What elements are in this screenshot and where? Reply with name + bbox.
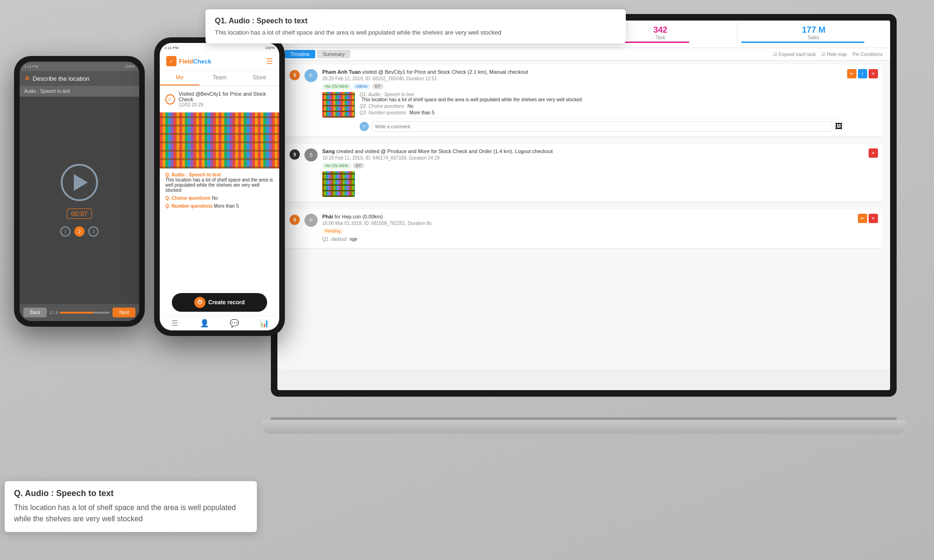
progress-text: 2 / 3 — [50, 310, 58, 315]
timeline-body-1: Pham Anh Tuan visited @ BevCity1 for Pri… — [322, 69, 842, 132]
fieldcheck-logo: ✓ FieldCheck — [166, 56, 211, 66]
tab-store[interactable]: Store — [240, 70, 279, 85]
timeline-body-3: Phái for Hep.con (0.00km) 16:00 Mar 01 2… — [322, 214, 853, 243]
timeline-actions-2: ✕ — [869, 148, 878, 197]
edit-button-3[interactable]: ✏ — [858, 214, 867, 223]
timeline-user-1: Pham Anh Tuan — [322, 69, 361, 75]
qa-label-1: Q. Audio : Speech to text — [165, 172, 274, 177]
tag-kt-1: KT — [372, 84, 383, 89]
tab-timeline[interactable]: Timeline — [285, 50, 315, 58]
nav-chat[interactable]: 💬 — [219, 319, 249, 328]
timeline-action-3: for Hep.con (0.00km) — [334, 214, 382, 219]
timeline-avatar-2: S — [304, 148, 318, 161]
timeline-title-1: Pham Anh Tuan visited @ BevCity1 for Pri… — [322, 69, 842, 75]
qa-item-1: Q. Audio : Speech to text This location … — [165, 172, 274, 193]
phone-left-time: 2:11 PM — [24, 64, 38, 69]
laptop-screen: 10 Active Users 58 Check-in 342 Task 177… — [277, 21, 890, 390]
delete-button-1[interactable]: ✕ — [869, 69, 878, 78]
close-icon[interactable]: ✕ — [24, 75, 30, 82]
list-icon: ☰ — [171, 319, 178, 328]
next-button[interactable]: Next — [113, 308, 135, 317]
stat-sales-bar — [741, 42, 865, 43]
tooltip-bottom-body: This location has a lot of shelf space a… — [14, 502, 248, 525]
qa-item-3: Q. Number questions More than 5 — [165, 203, 274, 209]
tab-me[interactable]: Me — [160, 70, 199, 85]
image-attach-icon[interactable]: 🖼 — [835, 122, 842, 131]
laptop-screen-outer: 10 Active Users 58 Check-in 342 Task 177… — [271, 14, 897, 397]
screen-tab-group: Timeline Summary — [285, 50, 350, 58]
timeline-title-3: Phái for Hep.con (0.00km) — [322, 214, 853, 219]
timeline-action-1: visited @ BevCity1 for Price and Stock C… — [362, 69, 528, 75]
hamburger-icon[interactable]: ☰ — [266, 57, 273, 66]
timeline-entry-3: 9 P Phái for Hep.con (0.00km) 16:00 Mar … — [285, 209, 883, 248]
timeline-entry: 9 P Pham Anh Tuan visited @ BevCity1 for… — [285, 64, 883, 136]
timeline-tags-2: Ho Chi Minh DT — [322, 163, 864, 168]
nav-chart[interactable]: 📊 — [249, 319, 279, 328]
play-button[interactable] — [61, 164, 98, 201]
stat-sales-value: 177 M — [741, 25, 886, 35]
play-triangle-icon — [74, 174, 88, 191]
phone-right-status: 2:11 PM 100% — [160, 43, 279, 52]
timeline-qa-q1-3: Q1. dadasd nge — [322, 237, 853, 242]
qa-label-3: Q. Number questions — [165, 203, 212, 209]
screen-tabs: Timeline Summary ☑ Expand each task ☑ Hi… — [277, 48, 890, 61]
timeline-qa-q3-1: Q3. Number questions More than 5 — [360, 110, 842, 115]
comment-box-1[interactable] — [372, 121, 832, 132]
stat-sales: 177 M Sales — [737, 23, 890, 45]
timeline-qa-q2-1: Q2. Choice questions No — [360, 104, 842, 109]
phone-left-screen: 2:11 PM 100% ✕ Describe the location Aud… — [20, 62, 139, 321]
tag-dt-2: DT — [353, 163, 364, 168]
phone-left-status: 2:11 PM 100% — [20, 62, 139, 71]
nav-list[interactable]: ☰ — [160, 319, 190, 328]
phone-left-header-title: Describe the location — [33, 75, 89, 82]
expand-each-task-option[interactable]: ☑ Expand each task — [773, 52, 816, 57]
check-circle-icon: ✓ — [165, 94, 175, 105]
hide-map-option[interactable]: ☑ Hide map — [821, 52, 847, 57]
create-record-button[interactable]: ⏱ Create record — [172, 293, 268, 312]
visited-card: ✓ Visited @BevCity1 for Price and Stock … — [160, 86, 279, 112]
step-dot-3[interactable]: 3 — [88, 226, 99, 237]
info-button-1[interactable]: i — [858, 69, 867, 78]
visited-text: Visited @BevCity1 for Price and Stock Ch… — [179, 91, 274, 102]
store-image — [160, 112, 279, 168]
phone-left-play-area: 00:07 1 2 3 — [20, 97, 139, 304]
tag-hcm-2: Ho Chi Minh — [322, 163, 351, 168]
phone-right: 2:11 PM 100% ✓ FieldCheck ☰ Me Team Stor… — [154, 37, 285, 336]
progress-area: 2 / 3 — [50, 310, 110, 315]
qa-answer-q2-1: No — [407, 104, 413, 109]
timeline-body-2: Sang created and visited @ Produce and M… — [322, 148, 864, 197]
timeline-meta-1: 20:29 Feb 12, 2019, ID: 68152_765040, Du… — [322, 76, 842, 81]
delete-button-2[interactable]: ✕ — [869, 148, 878, 158]
progress-bar — [60, 312, 110, 314]
back-button[interactable]: Back — [23, 308, 47, 317]
step-dot-2[interactable]: 2 — [74, 226, 85, 237]
timeline-dot-2: 9 — [290, 149, 300, 160]
phone-right-header: ✓ FieldCheck ☰ — [160, 52, 279, 70]
tab-summary[interactable]: Summary — [317, 50, 350, 58]
timeline-tags-1: Ho Chi Minh Admin KT — [322, 84, 842, 89]
fieldcheck-check-text: Check — [193, 58, 211, 65]
visited-info: Visited @BevCity1 for Price and Stock Ch… — [179, 91, 274, 107]
delete-button-3[interactable]: ✕ — [869, 214, 878, 223]
qa-item-2: Q. Choice questions No — [165, 196, 274, 201]
timeline-action-2: created and visited @ Produce and More f… — [336, 148, 553, 154]
qa-answer-q3-1: More than 5 — [410, 110, 434, 115]
pin-conditions-option[interactable]: Pin Conditions — [853, 52, 883, 57]
tooltip-top-body-text: This location has a lot of shelf space a… — [215, 29, 502, 36]
qa-label-q3-1: Q3. Number questions — [360, 110, 406, 115]
phone-left-header: ✕ Describe the location — [20, 71, 139, 86]
timeline-content: 9 P Pham Anh Tuan visited @ BevCity1 for… — [277, 61, 890, 370]
phone-qa-area: Q. Audio : Speech to text This location … — [160, 168, 279, 293]
edit-button-1[interactable]: ✏ — [847, 69, 856, 78]
comment-input-1: P 🖼 — [360, 118, 842, 132]
step-dot-1[interactable]: 1 — [60, 226, 71, 237]
tag-pending-3: Pending — [322, 228, 343, 234]
timeline-actions-1: ✏ i ✕ — [847, 69, 878, 132]
phone-right-time: 2:11 PM — [164, 46, 178, 50]
nav-person[interactable]: 👤 — [190, 319, 219, 328]
tooltip-top-title-text: Q1. Audio : Speech to text — [215, 17, 308, 25]
phone-left-subheader: Audio : Speech to text — [20, 86, 139, 97]
tab-team[interactable]: Team — [199, 70, 239, 85]
qa-answer-1: This location has a lot of shelf space a… — [165, 177, 274, 193]
timeline-qa-q1-1: Q1. Audio : Speech to text This location… — [360, 92, 842, 102]
